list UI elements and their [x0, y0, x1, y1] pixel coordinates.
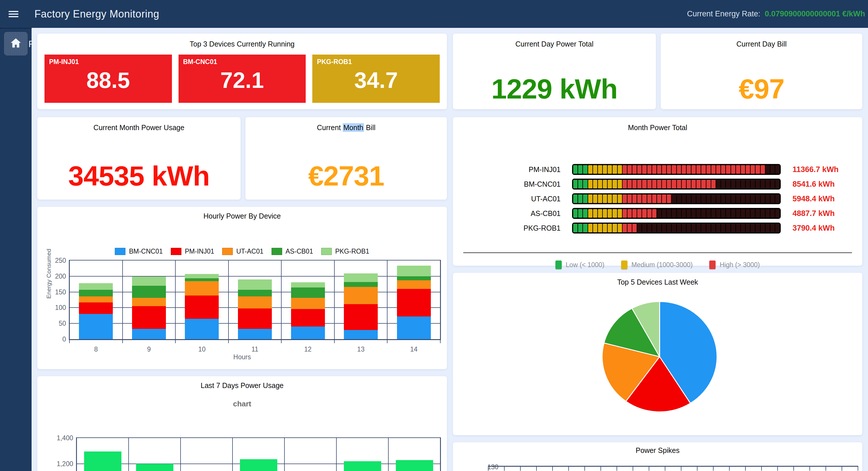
segmented-bar[interactable] [572, 223, 781, 234]
stacked-bar-plot[interactable]: 050100150200250891011121314 [69, 260, 441, 340]
device-tile[interactable]: BM-CNC01 72.1 [179, 55, 306, 103]
menu-icon[interactable] [9, 9, 19, 19]
legend-label: PM-INJ01 [185, 247, 214, 255]
stacked-bar-segment[interactable] [132, 298, 166, 306]
stacked-bar-segment[interactable] [397, 276, 431, 280]
device-tile[interactable]: PM-INJ01 88.5 [44, 55, 172, 103]
stacked-bar-segment[interactable] [185, 278, 219, 281]
stacked-bar-segment[interactable] [397, 280, 431, 289]
stacked-bar-segment[interactable] [185, 319, 219, 339]
bar-segment [775, 224, 780, 232]
stacked-bar-segment[interactable] [397, 289, 431, 317]
bar[interactable] [84, 451, 121, 471]
stacked-bar-segment[interactable] [185, 281, 219, 295]
bar-segment [726, 180, 730, 188]
stacked-bar-segment[interactable] [238, 279, 272, 290]
bar-segment [687, 180, 691, 188]
bar-segment [657, 180, 661, 188]
bar-segment [751, 209, 755, 218]
bar-segment [588, 224, 592, 232]
stacked-bar-segment[interactable] [344, 304, 378, 330]
bar-segment [652, 195, 656, 203]
bar-segment [726, 165, 730, 174]
device-name: BM-CNC01 [183, 58, 217, 66]
bar-segment [598, 195, 602, 203]
bar-segment [608, 224, 612, 232]
bar-segment [677, 165, 681, 174]
stacked-bar-segment[interactable] [132, 276, 166, 286]
stacked-bar-segment[interactable] [79, 296, 113, 302]
gridline [69, 261, 70, 343]
bar-segment [775, 180, 780, 188]
segmented-bar[interactable] [572, 193, 781, 204]
sidebar-item-label-clipped[interactable]: F [28, 39, 32, 50]
bar[interactable] [344, 461, 381, 471]
stacked-bar-segment[interactable] [291, 282, 325, 288]
stacked-bar-segment[interactable] [132, 306, 166, 329]
segmented-bar[interactable] [572, 208, 781, 219]
title-text: Current [317, 123, 343, 131]
stacked-bar-segment[interactable] [79, 290, 113, 296]
gridline [180, 438, 181, 471]
bar-segment [682, 209, 686, 218]
bar-segment [637, 180, 642, 188]
segmented-bar[interactable] [572, 179, 781, 189]
stacked-bar-segment[interactable] [344, 330, 378, 339]
stacked-bar-segment[interactable] [132, 286, 166, 298]
device-tile[interactable]: PKG-ROB1 34.7 [312, 55, 440, 103]
stacked-bar-segment[interactable] [185, 296, 219, 319]
bar-segment [627, 195, 632, 203]
stacked-bar-segment[interactable] [291, 327, 325, 339]
pie-chart[interactable] [599, 299, 720, 417]
bar-segment [598, 165, 602, 174]
x-tick-label: 9 [147, 346, 151, 353]
bar-segment [701, 209, 706, 218]
bar-segment [623, 195, 627, 203]
bar[interactable] [396, 460, 433, 471]
stacked-bar-segment[interactable] [291, 288, 325, 298]
stacked-bar-segment[interactable] [238, 308, 272, 329]
device-name: PKG-ROB1 [317, 58, 352, 66]
power-value: 11366.7 kWh [793, 165, 839, 174]
stacked-bar-segment[interactable] [344, 287, 378, 304]
stacked-bar-segment[interactable] [344, 282, 378, 287]
bar-segment [662, 209, 666, 218]
stacked-bar-segment[interactable] [344, 273, 378, 282]
stacked-bar-segment[interactable] [397, 266, 431, 276]
bar[interactable] [136, 464, 174, 471]
stacked-bar-segment[interactable] [397, 317, 431, 339]
stacked-bar-segment[interactable] [238, 329, 272, 339]
bar-plot[interactable]: 1,4001,2001,000 [76, 437, 441, 471]
bar-segment [642, 180, 646, 188]
home-button[interactable] [4, 32, 28, 55]
segmented-bar[interactable] [572, 164, 781, 175]
legend-label: BM-CNC01 [129, 247, 163, 255]
x-tick-label: 11 [251, 346, 258, 353]
bar-segment [691, 165, 696, 174]
bar-segment [711, 180, 716, 188]
stacked-bar-segment[interactable] [238, 296, 272, 308]
stacked-bar-segment[interactable] [291, 298, 325, 309]
bar-segment [672, 224, 676, 232]
bar-segment [691, 180, 696, 188]
gridline [336, 438, 337, 471]
bar-segment [667, 209, 671, 218]
bar-segment [632, 165, 637, 174]
stacked-bar-segment[interactable] [79, 283, 113, 290]
legend-label: High (> 3000) [720, 261, 760, 269]
stacked-bar-segment[interactable] [238, 290, 272, 296]
bar-segment [623, 224, 627, 232]
stacked-bar-segment[interactable] [79, 302, 113, 314]
bar-segment [682, 180, 686, 188]
bar-segment [736, 180, 740, 188]
bar-segment [642, 209, 646, 218]
bar-segment [618, 224, 622, 232]
stacked-bar-segment[interactable] [132, 329, 166, 339]
chart-subtitle: chart [37, 400, 447, 408]
stacked-bar-segment[interactable] [185, 274, 219, 278]
stacked-bar-segment[interactable] [79, 314, 113, 339]
bar[interactable] [240, 459, 277, 471]
stacked-bar-segment[interactable] [291, 309, 325, 327]
y-tick-label: 100 [55, 304, 66, 312]
bar-segment [642, 224, 646, 232]
